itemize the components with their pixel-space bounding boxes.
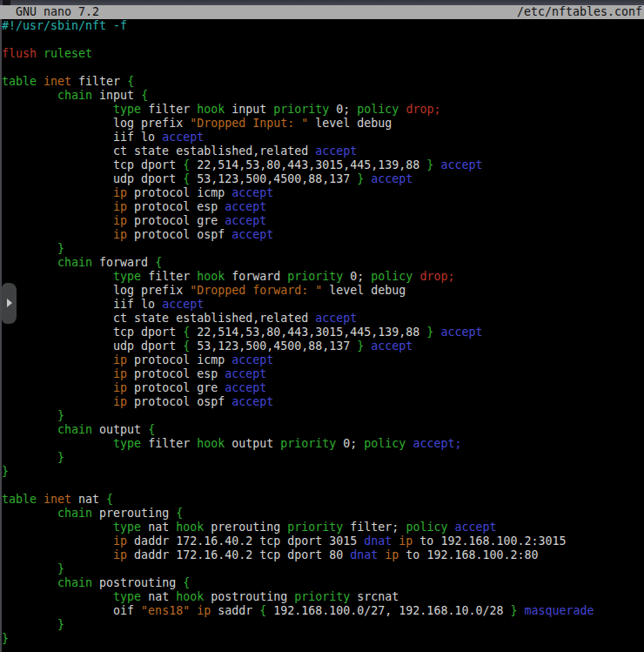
code-line: #!/usr/sbin/nft -f [2,19,644,33]
code-line: chain forward { [2,256,644,270]
code-line [2,33,644,47]
code-line: ip protocol icmp accept [2,353,644,367]
code-line: type nat hook prerouting priority filter… [2,521,644,534]
code-line: } [2,632,644,646]
window-left-edge [0,19,2,652]
code-line: ip protocol esp accept [2,200,644,214]
code-line: log prefix "Dropped forward: " level deb… [2,284,644,298]
code-line: ip daddr 172.16.40.2 tcp dport 80 dnat i… [2,548,644,562]
nano-titlebar: GNU nano 7.2 /etc/nftables.conf [0,5,644,19]
code-line: ct state established,related accept [2,145,644,158]
code-line: ip protocol esp accept [2,367,644,381]
code-line: chain postrouting { [2,576,644,590]
code-line: oif "ens18" ip saddr { 192.168.100.0/27,… [2,604,644,618]
code-line [2,61,644,75]
code-line: log prefix "Dropped Input: " level debug [2,117,644,131]
code-line: } [2,562,644,576]
code-line: ip protocol icmp accept [2,186,644,200]
code-line: iif lo accept [2,298,644,312]
code-line: ct state established,related accept [2,312,644,326]
code-line: } [2,242,644,256]
code-line: } [2,451,644,465]
code-line: chain input { [2,89,644,103]
code-line: udp dport { 53,123,500,4500,88,137 } acc… [2,339,644,353]
code-line: ip protocol gre accept [2,381,644,395]
code-line: } [2,618,644,632]
code-line: ip daddr 172.16.40.2 tcp dport 3015 dnat… [2,534,644,548]
code-line: type filter hook output priority 0; poli… [2,437,644,451]
code-line: tcp dport { 22,514,53,80,443,3015,445,13… [2,158,644,172]
code-line: ip protocol ospf accept [2,228,644,242]
code-line: } [2,465,644,479]
code-line: type nat hook postrouting priority srcna… [2,590,644,604]
code-line: chain prerouting { [2,507,644,521]
file-path: /etc/nftables.conf [517,5,644,19]
code-line: udp dport { 53,123,500,4500,88,137 } acc… [2,172,644,186]
code-line: table inet filter { [2,75,644,89]
code-line: iif lo accept [2,131,644,145]
code-line: chain output { [2,423,644,437]
code-line: ip protocol ospf accept [2,395,644,409]
code-line [2,479,644,493]
app-title: GNU nano 7.2 [0,5,99,19]
right-arrow-icon [7,299,12,307]
code-line: type filter hook forward priority 0; pol… [2,270,644,284]
code-line: tcp dport { 22,514,53,80,443,3015,445,13… [2,326,644,339]
editor[interactable]: #!/usr/sbin/nft -fflush rulesettable ine… [0,19,644,652]
code-line: } [2,409,644,423]
terminal-screen: GNU nano 7.2 /etc/nftables.conf #!/usr/s… [0,0,644,652]
side-panel-handle[interactable] [2,283,17,324]
code-line: type filter hook input priority 0; polic… [2,103,644,117]
code-line: ip protocol gre accept [2,214,644,228]
code-line: table inet nat { [2,493,644,507]
code-line: flush ruleset [2,47,644,61]
